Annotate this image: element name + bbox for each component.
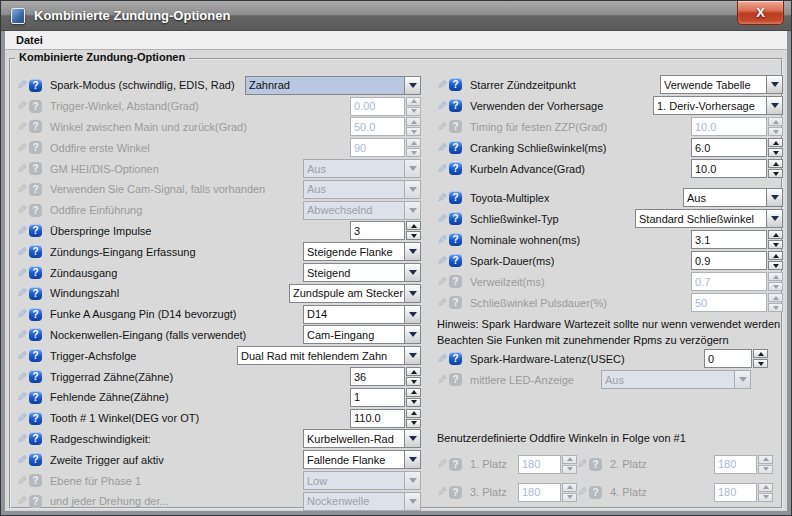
spinner-up-button[interactable] [768,159,783,168]
dropdown-value[interactable]: Steigend [303,263,404,282]
spinner-up-button[interactable] [406,221,421,230]
funke-a-ausgang-pin-d14-bevorzugt-dropdown[interactable]: D14 [303,305,421,324]
spark-modus-schwindlig-edis-rad-dropdown[interactable]: Zahnrad [245,76,421,95]
trigger-achsfolge-dropdown[interactable]: Dual Rad mit fehlendem Zahn [237,346,421,365]
starrer-zündzeitpunkt-dropdown[interactable]: Verwende Tabelle [660,75,783,94]
kurbeln-advance-grad-spinner[interactable]: 10.0 [691,159,783,178]
spinner-up-button[interactable] [768,138,783,147]
spinner-down-button[interactable] [753,359,768,368]
spark-dauer-ms-spinner[interactable]: 0.9 [691,251,783,270]
fehlende-zähne-zähne-spinner[interactable]: 1 [350,388,421,407]
help-icon[interactable]: ? [29,266,42,279]
spinner-up-button[interactable] [768,251,783,260]
help-icon[interactable]: ? [29,245,42,258]
help-icon[interactable]: ? [29,224,42,237]
close-button[interactable]: X [737,1,784,25]
help-icon[interactable]: ? [449,141,462,154]
help-icon[interactable]: ? [449,99,462,112]
help-icon[interactable]: ? [29,308,42,321]
help-icon[interactable]: ? [29,453,42,466]
dropdown-arrow-button[interactable] [404,284,421,303]
dropdown-value[interactable]: Zahnrad [245,76,404,95]
dropdown-value[interactable]: Zundspule am Stecker [289,284,404,303]
spinner-down-button[interactable] [406,377,421,386]
help-icon[interactable]: ? [449,162,462,175]
spinner-up-button[interactable] [406,409,421,418]
zweite-trigger-auf-aktiv-dropdown[interactable]: Fallende Flanke [303,450,421,469]
dropdown-value[interactable]: D14 [303,305,404,324]
dropdown-arrow-button[interactable] [404,305,421,324]
tooth-1-winkel-deg-vor-ot-spinner[interactable]: 110.0 [350,409,421,428]
spinner-up-button[interactable] [768,230,783,239]
zündausgang-dropdown[interactable]: Steigend [303,263,421,282]
spinner-value[interactable]: 6.0 [691,138,767,157]
nominale-wohnen-ms-spinner[interactable]: 3.1 [691,230,783,249]
dropdown-value[interactable]: Aus [683,188,766,207]
dropdown-arrow-button[interactable] [766,188,783,207]
title-bar[interactable]: Kombinierte Zundung-Optionen X [1,1,791,31]
dropdown-value[interactable]: Fallende Flanke [303,450,404,469]
spinner-value[interactable]: 10.0 [691,159,767,178]
spinner-down-button[interactable] [406,419,421,428]
überspringe-impulse-spinner[interactable]: 3 [350,221,421,240]
help-icon[interactable]: ? [29,370,42,383]
windungszahl-dropdown[interactable]: Zundspule am Stecker [289,284,421,303]
dropdown-value[interactable]: Steigende Flanke [303,242,404,261]
spinner-down-button[interactable] [406,231,421,240]
spinner-value[interactable]: 110.0 [350,409,405,428]
spinner-value[interactable]: 0 [704,349,752,368]
help-icon[interactable]: ? [449,78,462,91]
help-icon[interactable]: ? [29,287,42,300]
dropdown-arrow-button[interactable] [404,263,421,282]
dropdown-value[interactable]: 1. Deriv-Vorhersage [653,96,766,115]
dropdown-value[interactable]: Verwende Tabelle [660,75,766,94]
dropdown-arrow-button[interactable] [766,209,783,228]
spinner-up-button[interactable] [406,388,421,397]
help-icon[interactable]: ? [449,352,462,365]
dropdown-value[interactable]: Dual Rad mit fehlendem Zahn [237,346,404,365]
zündungs-eingang-erfassung-dropdown[interactable]: Steigende Flanke [303,242,421,261]
spinner-up-button[interactable] [406,367,421,376]
dropdown-arrow-button[interactable] [404,242,421,261]
help-icon[interactable]: ? [29,412,42,425]
menu-item-datei[interactable]: Datei [12,34,47,46]
dropdown-arrow-button[interactable] [766,96,783,115]
spinner-down-button[interactable] [768,261,783,270]
spinner-down-button[interactable] [768,169,783,178]
spinner-value[interactable]: 3 [350,221,405,240]
help-icon[interactable]: ? [29,391,42,404]
help-icon[interactable]: ? [449,212,462,225]
spinner-value[interactable]: 3.1 [691,230,767,249]
spark-hardware-latenz-usec-spinner[interactable]: 0 [704,349,768,368]
dropdown-value[interactable]: Cam-Eingang [303,325,404,344]
dropdown-arrow-button[interactable] [404,346,421,365]
help-icon[interactable]: ? [29,79,42,92]
help-icon[interactable]: ? [449,191,462,204]
dropdown-arrow-button[interactable] [404,76,421,95]
dropdown-arrow-button[interactable] [404,429,421,448]
spinner-up-button[interactable] [753,349,768,358]
radgeschwindigkeit-dropdown[interactable]: Kurbelwellen-Rad [303,429,421,448]
dropdown-arrow-button[interactable] [404,450,421,469]
cranking-schließwinkel-ms-spinner[interactable]: 6.0 [691,138,783,157]
dropdown-value[interactable]: Standard Schließwinkel [635,209,766,228]
help-icon[interactable]: ? [449,254,462,267]
help-icon[interactable]: ? [29,328,42,341]
spinner-value[interactable]: 1 [350,388,405,407]
spinner-down-button[interactable] [406,398,421,407]
toyota-multiplex-dropdown[interactable]: Aus [683,188,783,207]
triggerrad-zähne-zähne-spinner[interactable]: 36 [350,367,421,386]
dropdown-arrow-button[interactable] [404,325,421,344]
help-icon[interactable]: ? [29,432,42,445]
spinner-value[interactable]: 36 [350,367,405,386]
schließwinkel-typ-dropdown[interactable]: Standard Schließwinkel [635,209,783,228]
dropdown-arrow-button[interactable] [766,75,783,94]
dropdown-value[interactable]: Kurbelwellen-Rad [303,429,404,448]
verwenden-der-vorhersage-dropdown[interactable]: 1. Deriv-Vorhersage [653,96,783,115]
help-icon[interactable]: ? [29,349,42,362]
spinner-down-button[interactable] [768,148,783,157]
nockenwellen-eingang-falls-verwendet-dropdown[interactable]: Cam-Eingang [303,325,421,344]
spinner-value[interactable]: 0.9 [691,251,767,270]
spinner-down-button[interactable] [768,240,783,249]
help-icon[interactable]: ? [449,233,462,246]
